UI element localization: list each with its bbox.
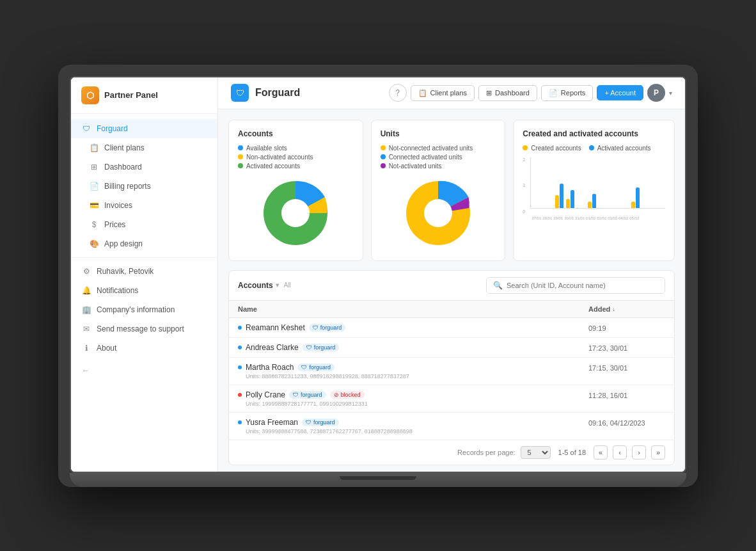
forguard-tag: 🛡 forguard — [302, 419, 339, 426]
search-input[interactable] — [507, 282, 658, 289]
bar-chart-title: Created and activated accounts — [523, 129, 665, 138]
info-icon: ℹ — [81, 343, 91, 353]
sidebar: ⬡ Partner Panel 🛡 Forguard 📋 Client plan… — [71, 77, 218, 472]
sidebar-item-notifications[interactable]: 🔔 Notifications — [71, 281, 217, 300]
company-icon: 🏢 — [81, 305, 91, 315]
legend-connected: Connected activated units — [381, 154, 496, 161]
sidebar-item-invoices[interactable]: 💳 Invoices — [71, 196, 217, 215]
svg-point-3 — [424, 199, 452, 227]
row-name-content: Yusra Freeman 🛡 forguard — [238, 418, 588, 427]
sidebar-item-company-info[interactable]: 🏢 Company's information — [71, 300, 217, 319]
y-axis: 0 1 2 — [523, 157, 525, 215]
bar-blue-9 — [636, 188, 640, 208]
client-plans-button[interactable]: 📋 Client plans — [411, 85, 475, 101]
user-icon: ⚙ — [81, 266, 91, 276]
table-row[interactable]: Yusra Freeman 🛡 forguard Units: 39999888… — [229, 413, 674, 440]
x-label-1: 28/01 — [542, 216, 551, 220]
sidebar-item-dashboard[interactable]: ⊞ Dashboard — [71, 157, 217, 177]
next-page-button[interactable]: › — [632, 445, 646, 459]
sidebar-item-billing-reports[interactable]: 📄 Billing reports — [71, 177, 217, 196]
sidebar-item-user[interactable]: ⚙ Ruhavik, Petovik — [71, 262, 217, 281]
row-name-content: Martha Roach 🛡 forguard — [238, 363, 588, 372]
sidebar-item-client-plans[interactable]: 📋 Client plans — [71, 138, 217, 157]
row-dot — [238, 420, 242, 424]
prices-icon: $ — [89, 220, 99, 230]
legend-available: Available slots — [238, 145, 354, 152]
forguard-tag: 🛡 forguard — [289, 391, 326, 399]
row-units: Units: 19999888728177771, 09910029981233… — [246, 401, 588, 407]
svg-point-1 — [281, 199, 310, 227]
legend-activated-bar: Activated accounts — [589, 145, 651, 152]
row-name-cell: Andreas Clarke 🛡 forguard — [238, 343, 588, 352]
sidebar-item-forguard[interactable]: 🛡 Forguard — [71, 119, 217, 138]
sidebar-nav: 🛡 Forguard 📋 Client plans ⊞ Dashboard 📄 … — [71, 114, 217, 472]
row-name-cell: Yusra Freeman 🛡 forguard Units: 39999888… — [238, 418, 588, 435]
forguard-logo: 🛡 — [231, 84, 249, 102]
client-plans-icon: 📋 — [89, 143, 99, 153]
dot-non-activated — [238, 154, 243, 159]
laptop-base — [70, 473, 686, 487]
reports-icon-btn: 📄 — [549, 89, 558, 97]
design-icon: 🎨 — [89, 239, 99, 249]
x-label-6: 02/02 — [597, 216, 605, 220]
collapse-button[interactable]: ← — [81, 365, 90, 375]
dot-activated-bar — [589, 145, 594, 150]
accounts-pie-svg — [257, 175, 334, 252]
accounts-pie — [238, 175, 354, 252]
records-per-page-select[interactable]: 5 10 25 — [521, 446, 551, 459]
shield-tag-icon: 🛡 — [306, 344, 312, 351]
legend-created: Created accounts — [523, 145, 581, 152]
sidebar-item-app-design[interactable]: 🎨 App design — [71, 234, 217, 253]
row-added-cell: 09:16, 04/12/2023 — [588, 418, 665, 427]
row-name-content: Andreas Clarke 🛡 forguard — [238, 343, 588, 352]
page-title: Forguard — [255, 87, 300, 99]
units-pie-svg — [400, 175, 476, 252]
bar-chart-card: Created and activated accounts Created a… — [513, 120, 675, 261]
forguard-tag: 🛡 forguard — [297, 363, 335, 371]
x-label-8: 04/02 — [618, 216, 627, 220]
col-added-header[interactable]: Added ↓ — [588, 305, 665, 313]
bar-x-labels: 27/01 28/01 29/01 30/01 31/01 01/02 02/0… — [532, 216, 665, 220]
sidebar-item-prices[interactable]: $ Prices — [71, 215, 217, 234]
bell-icon: 🔔 — [81, 285, 91, 296]
help-button[interactable]: ? — [389, 84, 407, 102]
y-label-0: 0 — [523, 209, 525, 214]
dot-available — [238, 145, 243, 150]
table-row[interactable]: Reamann Keshet 🛡 forguard 09:19 — [229, 318, 674, 338]
x-label-9: 05/02 — [629, 216, 638, 220]
row-dot — [238, 393, 242, 397]
main-content: 🛡 Forguard ? 📋 Client plans ⊞ — [218, 77, 685, 472]
page-info: 1-5 of 18 — [558, 449, 586, 456]
x-label-3: 30/01 — [564, 216, 572, 220]
first-page-button[interactable]: « — [594, 445, 608, 459]
dashboard-button[interactable]: ⊞ Dashboard — [478, 85, 537, 101]
user-avatar[interactable]: P — [647, 84, 665, 102]
table-row[interactable]: Martha Roach 🛡 forguard Units: 888887823… — [229, 358, 674, 385]
prev-page-button[interactable]: ‹ — [613, 445, 627, 459]
client-plans-icon-btn: 📋 — [418, 89, 427, 97]
pagination: Records per page: 5 10 25 1-5 of 18 « ‹ … — [229, 440, 674, 465]
bar-blue-3 — [571, 190, 574, 208]
table-row[interactable]: Andreas Clarke 🛡 forguard 17:23, 30/01 — [229, 338, 674, 358]
row-name-cell: Reamann Keshet 🛡 forguard — [238, 323, 588, 332]
units-chart-title: Units — [381, 129, 496, 138]
sidebar-item-about[interactable]: ℹ About — [71, 339, 217, 358]
bar-yellow-3 — [566, 199, 570, 208]
last-page-button[interactable]: » — [651, 445, 665, 459]
dot-not-activated — [381, 163, 386, 168]
shield-tag-icon: 🛡 — [306, 419, 311, 426]
accounts-filter[interactable]: Accounts ▾ All — [238, 281, 291, 290]
partner-logo: ⬡ — [81, 86, 99, 104]
dot-not-connected — [381, 145, 386, 150]
forguard-tag: 🛡 forguard — [303, 344, 340, 351]
user-dropdown-arrow[interactable]: ▾ — [669, 90, 672, 97]
search-box: 🔍 — [486, 277, 665, 294]
table-row[interactable]: Polly Crane 🛡 forguard ⊘ blocked — [229, 385, 674, 413]
row-dot — [238, 365, 242, 369]
shield-tag-icon: 🛡 — [301, 364, 307, 371]
add-account-button[interactable]: + Account — [597, 85, 643, 100]
dashboard-icon: ⊞ — [89, 162, 99, 172]
row-units: Units: 39999888477588, 7238871762277767,… — [246, 428, 588, 435]
reports-button[interactable]: 📄 Reports — [541, 85, 594, 101]
sidebar-item-send-message[interactable]: ✉ Send message to support — [71, 319, 217, 339]
